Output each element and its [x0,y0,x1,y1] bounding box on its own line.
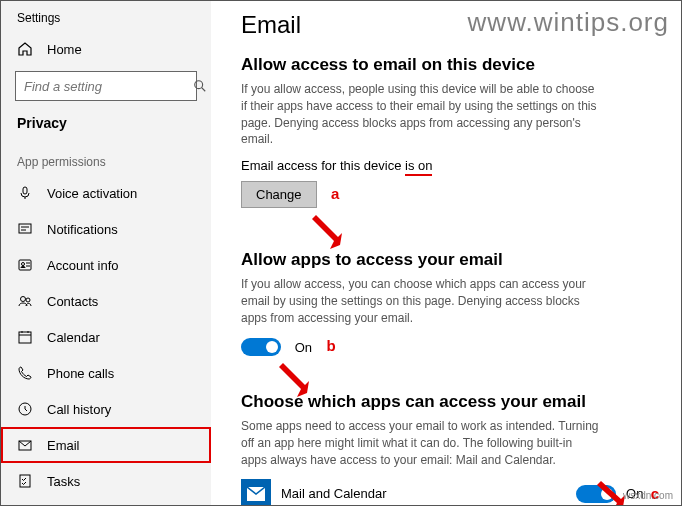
callout-c: c [651,485,659,502]
sidebar-item-label: Call history [47,402,111,417]
svg-rect-2 [23,187,27,194]
sidebar-item-label: Account info [47,258,119,273]
history-icon [17,401,33,417]
sidebar-item-calendar[interactable]: Calendar [1,319,211,355]
sidebar-item-call-history[interactable]: Call history [1,391,211,427]
svg-point-0 [195,81,203,89]
sidebar-item-account-info[interactable]: Account info [1,247,211,283]
svg-line-1 [202,88,206,92]
home-icon [17,41,33,57]
sidebar-item-label: Email [47,438,80,453]
apps-access-toggle-label: On [295,340,312,355]
tasks-icon [17,473,33,489]
callout-a: a [331,185,339,202]
account-icon [17,257,33,273]
svg-rect-4 [19,260,31,270]
phone-icon [17,365,33,381]
section1-heading: Allow access to email on this device [241,55,659,75]
mail-calendar-app-icon [241,479,271,505]
contacts-icon [17,293,33,309]
sidebar-item-label: Calendar [47,330,100,345]
section2-heading: Allow apps to access your email [241,250,659,270]
svg-point-7 [26,298,30,302]
sidebar-item-label: Phone calls [47,366,114,381]
page-title: Email [241,11,659,39]
window-title: Settings [1,11,211,33]
app-name: Mail and Calendar [281,486,387,501]
svg-point-6 [21,297,26,302]
nav-home[interactable]: Home [1,33,211,65]
sidebar-item-contacts[interactable]: Contacts [1,283,211,319]
svg-rect-3 [19,224,31,233]
section1-body: If you allow access, people using this d… [241,81,601,148]
search-icon [193,79,207,93]
search-input[interactable] [15,71,197,101]
sidebar-item-label: Voice activation [47,186,137,201]
search-field[interactable] [24,79,193,94]
status-prefix: Email access for this device [241,158,405,173]
section3-heading: Choose which apps can access your email [241,392,659,412]
sidebar-item-phone-calls[interactable]: Phone calls [1,355,211,391]
nav-home-label: Home [47,42,82,57]
app-permissions-header: App permissions [1,141,211,175]
change-button[interactable]: Change [241,181,317,208]
email-access-status: Email access for this device is on [241,158,659,173]
sidebar-item-notifications[interactable]: Notifications [1,211,211,247]
mail-calendar-toggle[interactable] [576,485,616,503]
svg-point-5 [22,263,25,266]
sidebar-item-tasks[interactable]: Tasks [1,463,211,499]
sidebar-item-label: Tasks [47,474,80,489]
section3-body: Some apps need to access your email to w… [241,418,601,468]
search-wrap [1,65,211,111]
calendar-icon [17,329,33,345]
app-row-mail-calendar: Mail and Calendar On c [241,479,659,505]
section-privacy: Privacy [1,111,211,141]
email-icon [17,437,33,453]
sidebar: Settings Home Privacy App permissions Vo… [1,1,211,505]
callout-b: b [326,337,335,354]
sidebar-item-label: Notifications [47,222,118,237]
section2-body: If you allow access, you can choose whic… [241,276,601,326]
microphone-icon [17,185,33,201]
mail-calendar-toggle-label: On [626,486,643,501]
notification-icon [17,221,33,237]
sidebar-item-label: Contacts [47,294,98,309]
main-content: Email Allow access to email on this devi… [211,1,681,505]
sidebar-item-email[interactable]: Email [1,427,211,463]
apps-access-toggle[interactable] [241,338,281,356]
svg-rect-11 [20,475,30,487]
status-value: is on [405,158,432,176]
svg-rect-8 [19,332,31,343]
sidebar-item-voice-activation[interactable]: Voice activation [1,175,211,211]
